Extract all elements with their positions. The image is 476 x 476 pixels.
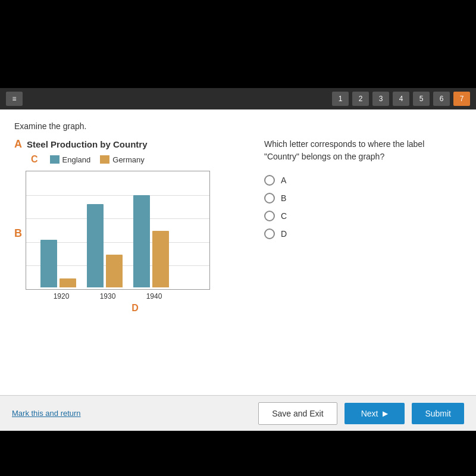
bars-1940 — [133, 195, 169, 287]
submit-button[interactable]: Submit — [412, 403, 464, 424]
x-labels: 1920 1930 1940 — [26, 292, 210, 300]
england-label: England — [62, 155, 91, 164]
germany-legend: Germany — [100, 155, 144, 164]
nav-btn-1[interactable]: 1 — [332, 92, 349, 106]
x-label-1930: 1930 — [90, 292, 126, 300]
d-row: D — [42, 303, 210, 314]
bar-1930-germany — [106, 255, 123, 287]
radio-a[interactable] — [264, 175, 275, 186]
chart-area-wrapper: B — [14, 171, 240, 314]
chart-title-row: A Steel Production by Country — [14, 138, 240, 151]
label-a: A — [14, 138, 22, 151]
option-b[interactable]: B — [264, 193, 462, 203]
label-b: B — [14, 171, 22, 314]
bar-1920-england — [40, 240, 57, 287]
right-panel: Which letter corresponds to where the la… — [264, 138, 462, 383]
option-a[interactable]: A — [264, 175, 462, 186]
option-c[interactable]: C — [264, 211, 462, 221]
examine-label: Examine the graph. — [14, 121, 462, 131]
options-list: A B C D — [264, 175, 462, 239]
nav-btn-7[interactable]: 7 — [453, 92, 470, 106]
chart-title-text: Steel Production by Country — [27, 139, 148, 149]
nav-btn-5[interactable]: 5 — [413, 92, 430, 106]
bar-1920-germany — [60, 278, 76, 287]
nav-btn-6[interactable]: 6 — [433, 92, 450, 106]
radio-d[interactable] — [264, 228, 275, 239]
bottom-black-area — [0, 431, 476, 476]
radio-c[interactable] — [264, 211, 275, 221]
nav-bar: ≡ 1 2 3 4 5 6 7 — [0, 88, 476, 109]
bars-group — [35, 177, 201, 287]
option-d-label: D — [281, 229, 287, 239]
top-black-area — [0, 0, 476, 88]
bar-1940-germany — [152, 231, 169, 287]
option-c-label: C — [281, 211, 287, 221]
chart-container — [26, 171, 210, 290]
option-d[interactable]: D — [264, 228, 462, 239]
bottom-bar: Mark this and return Save and Exit Next … — [0, 395, 476, 431]
content-row: A Steel Production by Country C England … — [14, 138, 462, 383]
nav-btn-4[interactable]: 4 — [393, 92, 409, 106]
save-exit-button[interactable]: Save and Exit — [258, 402, 337, 425]
next-button[interactable]: Next — [345, 403, 405, 424]
option-b-label: B — [281, 193, 286, 203]
england-legend: England — [50, 155, 91, 164]
germany-color-swatch — [100, 155, 109, 164]
bar-1930-england — [87, 204, 104, 287]
question-text: Which letter corresponds to where the la… — [264, 138, 462, 163]
nav-btn-3[interactable]: 3 — [372, 92, 389, 106]
nav-btn-2[interactable]: 2 — [352, 92, 369, 106]
bars-1920 — [40, 240, 76, 287]
main-content: Examine the graph. A Steel Production by… — [0, 109, 476, 395]
legend-row: C England Germany — [31, 154, 240, 165]
label-c: C — [31, 154, 38, 165]
radio-b[interactable] — [264, 193, 275, 203]
left-panel: A Steel Production by Country C England … — [14, 138, 240, 383]
option-a-label: A — [281, 176, 286, 185]
home-button[interactable]: ≡ — [6, 92, 23, 106]
bars-1930 — [87, 204, 123, 287]
germany-label: Germany — [112, 155, 144, 164]
england-color-swatch — [50, 155, 60, 164]
bar-1940-england — [133, 195, 150, 287]
x-label-1920: 1920 — [43, 292, 79, 300]
x-label-1940: 1940 — [136, 292, 172, 300]
label-d: D — [131, 303, 139, 314]
mark-return-link[interactable]: Mark this and return — [12, 409, 251, 418]
